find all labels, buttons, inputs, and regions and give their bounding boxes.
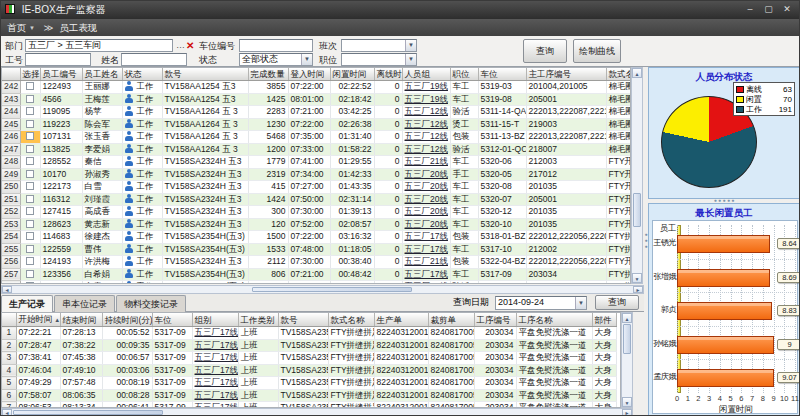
maximize-button[interactable]: ▢: [760, 1, 776, 18]
column-header[interactable]: 结束时间: [60, 313, 102, 327]
column-header[interactable]: 登入时间: [288, 68, 330, 81]
employee-row[interactable]: 252127415高成香工作TV158SA2324H 五330007:30:00…: [2, 206, 631, 219]
employee-row[interactable]: 242122493王丽娜工作TV158AA1254 五3385507:22:00…: [2, 81, 631, 94]
column-header[interactable]: 主工序编号: [526, 68, 606, 81]
status-select[interactable]: 全部状态▼: [239, 53, 313, 66]
draw-curve-button[interactable]: 绘制曲线: [573, 39, 621, 63]
column-header[interactable]: 离线时长: [374, 68, 402, 81]
record-row[interactable]: 107:22:2107:28:1300:05:525317-09五三厂17线上班…: [2, 327, 616, 340]
row-checkbox[interactable]: [26, 82, 34, 90]
scroll-right-icon[interactable]: ►: [633, 286, 643, 293]
dept-more-button[interactable]: …: [176, 39, 185, 52]
row-checkbox[interactable]: [26, 232, 34, 240]
record-row[interactable]: 507:49:2907:57:4800:08:195317-09五三厂17线上班…: [2, 377, 616, 390]
station-no-input[interactable]: [239, 39, 313, 52]
column-header[interactable]: 工序名称: [516, 313, 592, 327]
row-checkbox[interactable]: [26, 245, 34, 253]
column-header[interactable]: 裁剪单: [428, 313, 474, 327]
column-header[interactable]: 车位: [478, 68, 526, 81]
row-checkbox[interactable]: [26, 157, 34, 165]
bottom-grid-vscrollbar[interactable]: ▲ ▼: [621, 312, 633, 408]
column-header[interactable]: 闲置时间: [330, 68, 374, 81]
hscroll-thumb[interactable]: [13, 410, 163, 415]
close-button[interactable]: ✕: [779, 1, 795, 18]
search-button[interactable]: 查询: [523, 39, 567, 63]
row-checkbox[interactable]: [26, 95, 34, 103]
column-header[interactable]: 车位: [152, 313, 192, 327]
hscroll-thumb[interactable]: [252, 287, 412, 292]
bottom-grid-hscrollbar[interactable]: ◄ ►: [1, 408, 633, 416]
column-header[interactable]: 员工姓名: [82, 68, 122, 81]
column-header[interactable]: 款号: [162, 68, 248, 81]
row-checkbox[interactable]: [26, 170, 34, 178]
scroll-down-icon[interactable]: ▼: [632, 273, 642, 283]
employee-row[interactable]: 254114683徐建杰工作TV158SA2354H(五3)150007:22:…: [2, 231, 631, 244]
column-header[interactable]: 款式名称: [328, 313, 374, 327]
tab-生产记录[interactable]: 生产记录: [1, 295, 53, 312]
name-input[interactable]: [121, 53, 187, 66]
menu-home[interactable]: 首页: [7, 22, 26, 33]
employee-row[interactable]: 250122173白雪工作TV158SA2324H 五341507:27:000…: [2, 181, 631, 194]
date-query-button[interactable]: 查询: [595, 295, 639, 310]
row-checkbox[interactable]: [26, 132, 34, 140]
main-grid-hscrollbar[interactable]: ◄ ►: [1, 285, 644, 294]
chevron-down-icon[interactable]: ▼: [575, 297, 586, 309]
tab-串本位记录[interactable]: 串本位记录: [54, 295, 115, 312]
column-header[interactable]: 开始时间 ▲: [16, 313, 60, 327]
employee-row[interactable]: 245119223陈会军工作TV158AA1264 五 3123007:22:0…: [2, 118, 631, 131]
employee-row[interactable]: 253128623黄志新工作TV158SA2324H 五312007:52:00…: [2, 218, 631, 231]
employee-row[interactable]: 251116312刘瑾霞工作TV158SA2324H 五3142407:50:0…: [2, 193, 631, 206]
column-header[interactable]: 工序编号: [474, 313, 516, 327]
scroll-down-icon[interactable]: ▼: [622, 397, 632, 407]
column-header[interactable]: 组别: [192, 313, 238, 327]
record-row[interactable]: 307:38:4107:45:3800:06:575317-09五三厂17线上班…: [2, 352, 616, 365]
column-header[interactable]: 生产单: [374, 313, 428, 327]
tab-物料交接记录[interactable]: 物料交接记录: [116, 295, 186, 312]
row-checkbox[interactable]: [26, 270, 34, 278]
column-header[interactable]: 款式名称: [606, 68, 631, 81]
column-header[interactable]: 职位: [450, 68, 478, 81]
row-checkbox[interactable]: [26, 207, 34, 215]
column-header[interactable]: 人员组: [402, 68, 450, 81]
column-header[interactable]: 款号: [278, 313, 328, 327]
vscroll-thumb[interactable]: [633, 193, 641, 227]
employee-row[interactable]: 256124193许洪梅工作TV158SA2324H 五3211207:30:0…: [2, 256, 631, 269]
row-checkbox[interactable]: [26, 107, 34, 115]
scroll-up-icon[interactable]: ▲: [622, 313, 632, 323]
employee-row[interactable]: 258115621宋霞工作TV158SA2354H(五3)40007:26:00…: [2, 281, 631, 285]
minimize-button[interactable]: –: [742, 1, 758, 18]
query-date-select[interactable]: 2014-09-24▼: [495, 296, 587, 310]
column-header[interactable]: 选择: [20, 68, 40, 81]
employee-row[interactable]: 244119095杨苹工作TV158AA1264 五 3228307:21:00…: [2, 106, 631, 119]
record-row[interactable]: 207:28:4707:38:2200:09:355317-09五三厂17线上班…: [2, 339, 616, 352]
chevron-down-icon[interactable]: ▼: [405, 40, 416, 51]
chevron-down-icon[interactable]: ▼: [301, 54, 312, 65]
employee-row[interactable]: 2434566王梅莲工作TV158AA1254 五3142508:01:0002…: [2, 93, 631, 106]
row-checkbox[interactable]: [26, 182, 34, 190]
vscroll-thumb[interactable]: [623, 324, 631, 354]
record-row[interactable]: 607:58:0708:06:3500:08:285317-09五三厂17线上班…: [2, 389, 616, 402]
row-checkbox[interactable]: [26, 282, 34, 284]
emp-no-input[interactable]: [25, 53, 91, 66]
record-row[interactable]: 407:46:0407:49:1000:03:065317-09五三厂17线上班…: [2, 364, 616, 377]
scroll-left-icon[interactable]: ◄: [2, 286, 12, 293]
scroll-right-icon[interactable]: ►: [622, 409, 632, 416]
main-grid-vscrollbar[interactable]: ▲ ▼: [631, 67, 643, 284]
scroll-up-icon[interactable]: ▲: [632, 68, 642, 78]
column-header[interactable]: 状态: [122, 68, 162, 81]
row-checkbox[interactable]: [26, 257, 34, 265]
shift-select[interactable]: ▼: [341, 39, 417, 52]
column-header[interactable]: 完成数量: [248, 68, 288, 81]
dept-clear-icon[interactable]: ✕: [186, 39, 194, 52]
employee-row[interactable]: 24910170孙淑秀工作TV158SA2324H 五3231907:34:00…: [2, 168, 631, 181]
dept-field[interactable]: 五三厂 > 五三车间: [25, 39, 173, 52]
row-checkbox[interactable]: [26, 120, 34, 128]
scroll-left-icon[interactable]: ◄: [2, 409, 12, 416]
column-header[interactable]: 员工编号: [40, 68, 82, 81]
row-checkbox[interactable]: [26, 195, 34, 203]
column-header[interactable]: 持续时间(分): [102, 313, 152, 327]
employee-row[interactable]: 257123356白希娟工作TV158SA2354H(五3)80607:21:0…: [2, 268, 631, 281]
row-checkbox[interactable]: [26, 220, 34, 228]
employee-row[interactable]: 248128552秦佶工作TV158SA2324H 五3177907:41:00…: [2, 156, 631, 169]
column-header[interactable]: 工作类别: [238, 313, 278, 327]
